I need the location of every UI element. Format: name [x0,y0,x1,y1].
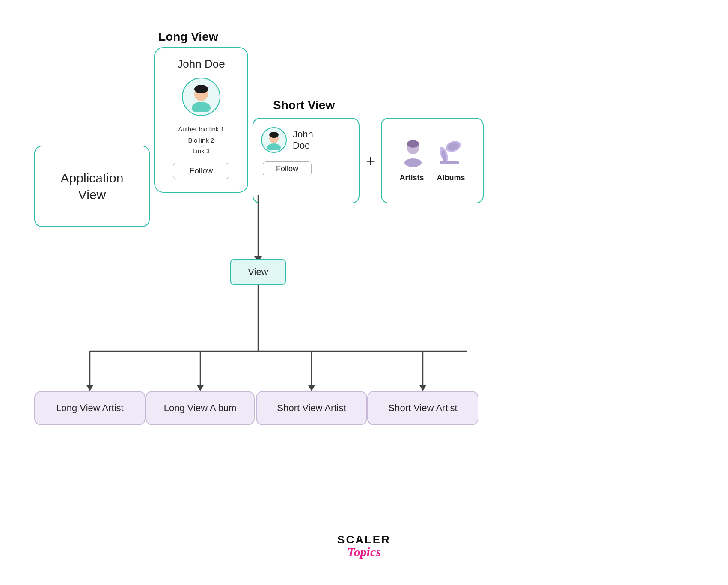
app-view-text: ApplicationView [61,170,124,203]
artist-icon [401,139,425,167]
artist-icon-wrap [401,139,425,167]
short-view-card: John Doe Follow [253,118,360,203]
artists-albums-box: Artists Albums [381,118,484,203]
artists-label: Artists [399,173,424,182]
long-card-name: John Doe [177,57,225,71]
plus-sign-2: + [366,152,375,170]
lines-svg [0,0,728,585]
follow-button-long[interactable]: Follow [173,163,230,179]
svg-marker-25 [308,385,315,391]
album-icon [435,139,463,167]
albums-label: Albums [437,173,465,182]
app-view-box: ApplicationView [34,146,150,227]
topics-text: Topics [337,545,391,559]
avatar-large [182,78,220,116]
svg-point-8 [404,158,422,167]
follow-button-short[interactable]: Follow [263,161,312,176]
bio-links: Auther bio link 1 Bio link 2 Link 3 [178,124,224,157]
bottom-box-long-view-album: Long View Album [146,391,255,425]
avatar-small [261,127,287,153]
album-icon-wrap [435,139,463,167]
avatar-small-svg [264,130,284,150]
bottom-box-short-view-artist-2: Short View Artist [367,391,478,425]
avatar-large-svg [186,81,217,112]
artists-albums-labels: Artists Albums [399,173,465,182]
svg-marker-27 [419,385,427,391]
svg-point-3 [197,88,205,93]
svg-marker-21 [86,385,94,391]
scaler-logo: SCALER Topics [337,533,391,559]
svg-marker-23 [196,385,204,391]
long-view-label: Long View [158,30,218,44]
svg-point-0 [192,102,211,112]
artists-albums-icons [401,139,463,167]
short-view-label: Short View [273,98,335,112]
short-card-name: John Doe [293,129,313,152]
svg-point-10 [407,140,419,148]
long-view-card: John Doe Auther bio link 1 Bio link 2 Li… [154,47,248,193]
bottom-box-short-view-artist-1: Short View Artist [256,391,367,425]
svg-point-4 [267,143,281,150]
bottom-box-long-view-artist: Long View Artist [34,391,146,425]
short-card-row: John Doe [261,127,313,153]
diagram-container: Long View ApplicationView + John Doe Aut… [0,0,728,585]
view-box: View [230,259,286,285]
svg-rect-11 [440,161,459,164]
svg-point-7 [271,134,277,138]
